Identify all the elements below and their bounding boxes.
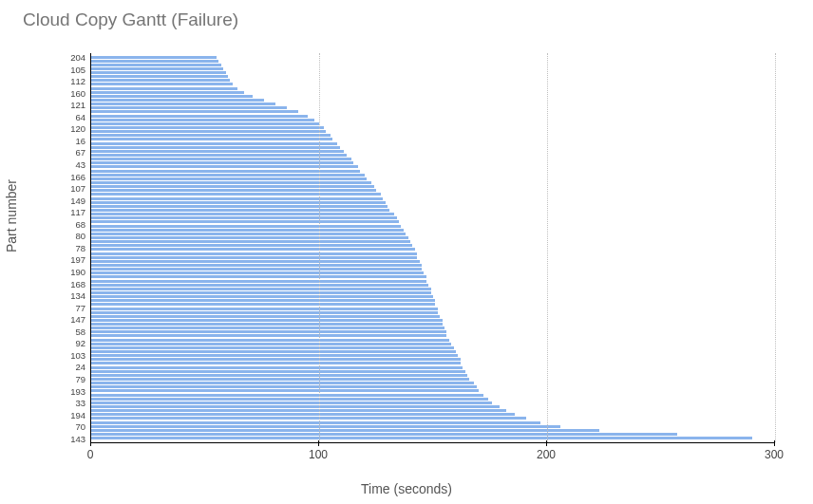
- bar: [91, 119, 314, 121]
- y-tick-label: 79: [75, 375, 91, 383]
- bar: [91, 256, 417, 259]
- y-tick-label: 43: [75, 160, 91, 169]
- bar: [91, 358, 461, 361]
- bar: [91, 146, 340, 149]
- bar: [91, 91, 244, 94]
- bar: [91, 425, 560, 428]
- bar: [91, 189, 376, 192]
- y-tick-label: 160: [70, 88, 91, 97]
- bar: [91, 339, 449, 342]
- bar: [91, 99, 264, 102]
- bar: [91, 327, 444, 329]
- y-tick-label: 58: [75, 327, 91, 335]
- y-tick-label: 143: [70, 434, 91, 442]
- bars-container: [91, 55, 775, 440]
- x-tick-mark: [546, 440, 547, 446]
- bar: [91, 389, 479, 392]
- bar: [91, 150, 344, 153]
- y-tick-label: 193: [70, 386, 91, 395]
- bar: [91, 413, 515, 416]
- bar: [91, 252, 417, 255]
- bar: [91, 323, 443, 326]
- bar: [91, 291, 431, 294]
- bar: [91, 354, 458, 357]
- bar: [91, 106, 287, 109]
- bar: [91, 264, 422, 267]
- bar: [91, 87, 237, 90]
- y-tick-label: 77: [75, 303, 91, 311]
- x-tick-label: 100: [309, 448, 328, 461]
- bar: [91, 177, 367, 180]
- bar: [91, 284, 428, 287]
- bar: [91, 233, 406, 235]
- bar: [91, 216, 397, 219]
- bar: [91, 315, 440, 318]
- bar: [91, 299, 435, 302]
- y-tick-label: 117: [70, 208, 91, 216]
- bar: [91, 366, 463, 369]
- bar: [91, 248, 415, 251]
- y-tick-label: 120: [70, 124, 91, 133]
- bar: [91, 346, 454, 349]
- y-tick-label: 112: [70, 77, 91, 85]
- y-tick-label: 168: [70, 279, 91, 288]
- bar: [91, 240, 410, 243]
- bar: [91, 213, 394, 215]
- y-tick-label: 147: [70, 315, 91, 324]
- bar: [91, 161, 353, 164]
- chart-title: Cloud Copy Gantt (Failure): [23, 9, 238, 30]
- bar: [91, 370, 465, 373]
- bar: [91, 280, 426, 283]
- bar: [91, 122, 319, 125]
- bar: [91, 193, 381, 196]
- bar: [91, 268, 422, 271]
- bar: [91, 138, 332, 140]
- y-tick-label: 194: [70, 410, 91, 419]
- y-tick-label: 33: [75, 399, 91, 407]
- gridline: [547, 53, 548, 442]
- bar: [91, 417, 526, 420]
- bar-row: [91, 437, 775, 440]
- bar: [91, 142, 337, 145]
- bar: [91, 220, 399, 223]
- y-tick-label: 134: [70, 291, 91, 300]
- bar: [91, 271, 424, 274]
- bar: [91, 83, 233, 85]
- bar: [91, 343, 451, 345]
- bar: [91, 225, 401, 228]
- bar: [91, 181, 371, 184]
- bar: [91, 236, 408, 239]
- bar: [91, 437, 752, 439]
- y-tick-label: 68: [75, 219, 91, 228]
- bar: [91, 308, 438, 310]
- bar: [91, 130, 326, 133]
- y-tick-label: 166: [70, 172, 91, 180]
- y-tick-label: 103: [70, 350, 91, 359]
- bar: [91, 158, 351, 160]
- bar: [91, 330, 446, 333]
- x-tick-mark: [774, 440, 775, 446]
- bar: [91, 385, 477, 388]
- gridline: [775, 53, 776, 442]
- y-tick-label: 92: [75, 339, 91, 347]
- bar: [91, 60, 218, 63]
- gridline: [319, 53, 320, 442]
- bar: [91, 378, 469, 381]
- x-tick-mark: [318, 440, 319, 446]
- bar: [91, 244, 412, 247]
- bar: [91, 288, 431, 290]
- x-tick-row: 0100200300: [90, 446, 774, 467]
- bar: [91, 71, 226, 74]
- bar: [91, 201, 386, 204]
- y-tick-label: 64: [75, 112, 91, 121]
- bar: [91, 110, 298, 113]
- bar: [91, 405, 500, 408]
- bar: [91, 185, 374, 188]
- bar: [91, 362, 461, 364]
- bar: [91, 275, 426, 278]
- bar: [91, 319, 443, 322]
- bar: [91, 79, 230, 82]
- bar: [91, 209, 389, 212]
- bar: [91, 398, 488, 401]
- y-tick-label: 149: [70, 196, 91, 204]
